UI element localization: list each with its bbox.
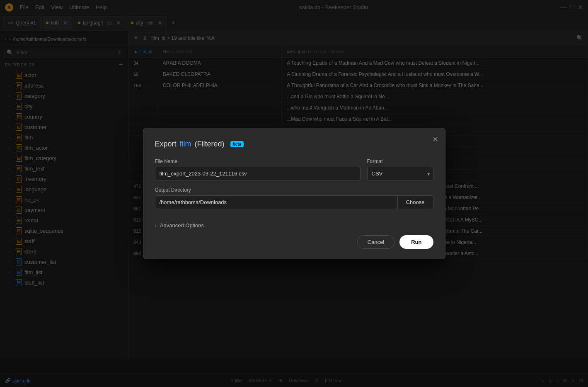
advanced-options-label: Advanced Options bbox=[160, 222, 204, 229]
form-row-filename: File Name Format CSV JSON TSV bbox=[155, 158, 433, 180]
output-dir-input[interactable] bbox=[155, 195, 398, 209]
filename-label: File Name bbox=[155, 158, 361, 164]
modal-actions: Cancel Run bbox=[155, 235, 433, 249]
modal-close-button[interactable]: ✕ bbox=[432, 135, 438, 144]
beta-badge: beta bbox=[230, 141, 244, 147]
modal-title-suffix: (Filtered) bbox=[195, 140, 225, 148]
modal-title: Export film(Filtered) beta bbox=[155, 140, 433, 148]
output-dir-row: Choose bbox=[155, 195, 433, 209]
format-select[interactable]: CSV JSON TSV bbox=[367, 167, 433, 180]
filename-input[interactable] bbox=[155, 167, 361, 180]
export-modal: ✕ Export film(Filtered) beta File Name F… bbox=[143, 128, 445, 259]
advanced-options-toggle[interactable]: › Advanced Options bbox=[155, 222, 433, 229]
output-dir-group: Output Directory Choose bbox=[155, 187, 433, 216]
modal-title-prefix: Export bbox=[155, 140, 177, 148]
cancel-button[interactable]: Cancel bbox=[357, 235, 394, 249]
filename-group: File Name bbox=[155, 158, 361, 180]
modal-overlay: ✕ Export film(Filtered) beta File Name F… bbox=[0, 0, 588, 387]
modal-table-name: film bbox=[180, 140, 191, 148]
format-group: Format CSV JSON TSV bbox=[367, 158, 433, 180]
format-label: Format bbox=[367, 158, 433, 164]
choose-button[interactable]: Choose bbox=[398, 195, 433, 209]
run-button[interactable]: Run bbox=[399, 235, 433, 249]
output-dir-label: Output Directory bbox=[155, 187, 433, 193]
format-select-wrapper: CSV JSON TSV bbox=[367, 167, 433, 180]
chevron-right-icon: › bbox=[155, 222, 157, 229]
